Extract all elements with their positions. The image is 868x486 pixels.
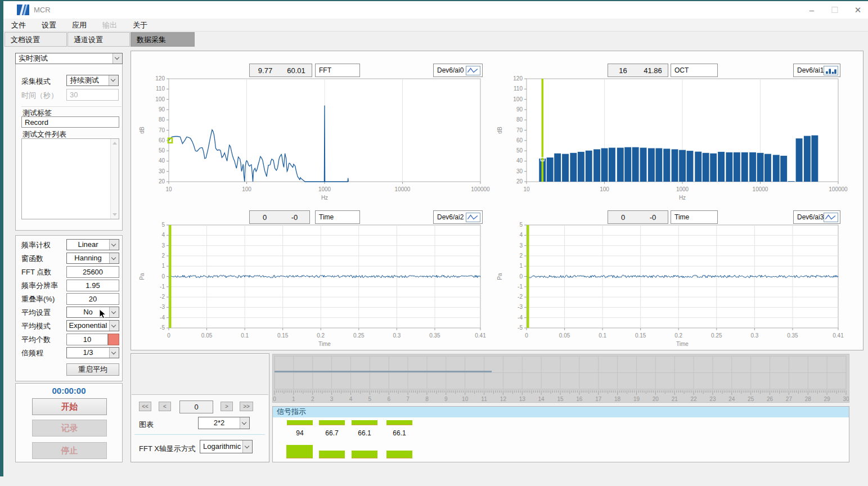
- nav-prev-button[interactable]: <: [159, 402, 171, 411]
- measure-mode-select[interactable]: 实时测试: [15, 53, 123, 64]
- svg-text:0.1: 0.1: [599, 332, 606, 339]
- svg-text:9: 9: [444, 396, 448, 402]
- svg-text:8: 8: [425, 396, 429, 402]
- svg-text:1: 1: [161, 263, 165, 269]
- svg-text:100: 100: [513, 96, 523, 102]
- svg-text:1: 1: [292, 396, 295, 402]
- timeline-ruler[interactable]: 0123456789101112131415161718192021222324…: [273, 354, 849, 402]
- overlap-pct-label: 重叠率(%): [21, 294, 55, 304]
- close-button[interactable]: ✕: [845, 1, 868, 19]
- time1-plot[interactable]: -5-4-3-2-101234500.050.10.150.20.250.30.…: [135, 220, 491, 349]
- chevron-down-icon: [111, 323, 116, 327]
- svg-text:-5: -5: [518, 325, 523, 331]
- file-list-scrollbar[interactable]: [110, 139, 119, 219]
- avg-setting-label: 平均设置: [21, 308, 51, 318]
- fft-axis-mode-select[interactable]: Logarithmic: [200, 440, 253, 453]
- test-label-field[interactable]: Record: [21, 116, 119, 128]
- fft-plot[interactable]: 2030405060708090100110120101001000100001…: [135, 74, 491, 202]
- menu-item-file[interactable]: 文件: [3, 19, 34, 32]
- oct-channel-name: Dev6/ai1: [797, 66, 824, 74]
- svg-text:0.15: 0.15: [277, 332, 289, 339]
- octave-select[interactable]: 1/3: [66, 347, 119, 358]
- menu-item-about[interactable]: 关于: [125, 19, 155, 32]
- svg-text:60: 60: [159, 137, 165, 143]
- record-button: 记录: [32, 420, 107, 436]
- window-frame-left: [0, 1, 3, 476]
- svg-text:3: 3: [519, 242, 523, 249]
- svg-text:100000: 100000: [829, 186, 848, 192]
- svg-text:dB: dB: [497, 127, 503, 134]
- chart-layout-dropdown[interactable]: [240, 417, 249, 429]
- acq-mode-select[interactable]: 持续测试: [66, 75, 119, 86]
- signal-led-top-1: [287, 420, 313, 425]
- fft-axis-mode-dropdown[interactable]: [242, 440, 252, 453]
- tab-doc-settings[interactable]: 文档设置: [5, 32, 67, 47]
- title-bar: MCR – ☐ ✕: [3, 1, 868, 19]
- signal-value-2: 66.7: [319, 429, 345, 437]
- avg-setting-dropdown[interactable]: [109, 307, 119, 317]
- signal-value-4: 66.1: [386, 429, 412, 437]
- minimize-button[interactable]: –: [799, 1, 824, 19]
- timeline-strip[interactable]: 0123456789101112131415161718192021222324…: [272, 354, 849, 403]
- avg-mode-dropdown[interactable]: [109, 321, 119, 331]
- svg-text:-2: -2: [518, 294, 523, 300]
- measure-mode-dropdown[interactable]: [113, 53, 122, 64]
- svg-text:2: 2: [519, 253, 523, 259]
- svg-text:90: 90: [516, 106, 523, 112]
- avg-mode-select[interactable]: Exponential: [66, 320, 119, 331]
- window-function-dropdown[interactable]: [109, 253, 119, 263]
- signal-led-bottom-3: [352, 451, 377, 458]
- menu-item-settings[interactable]: 设置: [34, 19, 64, 32]
- svg-text:30: 30: [843, 396, 849, 402]
- svg-text:5: 5: [519, 222, 523, 228]
- freq-weighting-select[interactable]: Linear: [66, 239, 119, 250]
- restart-average-button[interactable]: 重启平均: [66, 363, 119, 376]
- nav-last-button[interactable]: >>: [240, 402, 253, 411]
- chart-layout-select[interactable]: 2*2: [198, 417, 250, 429]
- signal-led-bottom-1: [286, 445, 313, 458]
- avg-count-field[interactable]: 10: [66, 334, 108, 345]
- app-logo-icon: [17, 4, 29, 15]
- preview-area: [132, 354, 268, 395]
- svg-text:70: 70: [159, 127, 165, 133]
- scroll-up-icon[interactable]: [113, 142, 117, 145]
- svg-text:6: 6: [387, 396, 390, 402]
- tab-data-acquisition[interactable]: 数据采集: [131, 32, 195, 47]
- tab-channel-settings[interactable]: 通道设置: [68, 32, 130, 47]
- test-file-list[interactable]: [21, 138, 119, 219]
- svg-text:50: 50: [516, 147, 523, 154]
- oct-plot[interactable]: 2030405060708090100110120101001000100001…: [493, 74, 848, 202]
- fft-points-field[interactable]: 25600: [66, 266, 119, 278]
- fft-cursor-y: 60.01: [281, 66, 312, 75]
- display-control-box: << < 0 > >> 图表 2*2 FFT X轴显示方式 Logarithmi…: [131, 353, 269, 462]
- svg-text:-4: -4: [160, 314, 165, 321]
- svg-text:5: 5: [161, 222, 165, 228]
- freq-resolution-field[interactable]: 1.95: [66, 280, 119, 291]
- sidebar-separator: [21, 106, 122, 107]
- svg-text:-3: -3: [160, 304, 165, 310]
- overlap-pct-field[interactable]: 20: [66, 293, 119, 305]
- nav-index-field[interactable]: 0: [179, 400, 213, 413]
- svg-text:4: 4: [519, 232, 523, 238]
- octave-dropdown[interactable]: [109, 348, 119, 358]
- svg-text:14: 14: [538, 396, 545, 402]
- freq-weighting-dropdown[interactable]: [109, 240, 119, 250]
- nav-next-button[interactable]: >: [221, 402, 233, 411]
- nav-first-button[interactable]: <<: [139, 402, 151, 411]
- menu-item-application[interactable]: 应用: [64, 19, 95, 32]
- svg-text:120: 120: [155, 75, 165, 82]
- maximize-button[interactable]: ☐: [822, 1, 847, 19]
- start-button[interactable]: 开始: [32, 398, 107, 415]
- avg-mode-value: Exponential: [67, 321, 109, 331]
- svg-text:20: 20: [159, 178, 165, 184]
- time2-plot[interactable]: -5-4-3-2-101234500.050.10.150.20.250.30.…: [493, 220, 848, 349]
- window-function-select[interactable]: Hanning: [66, 253, 119, 264]
- svg-text:-4: -4: [518, 314, 523, 321]
- scroll-down-icon[interactable]: [113, 213, 117, 216]
- acq-mode-dropdown[interactable]: [109, 75, 118, 86]
- svg-text:Time: Time: [318, 341, 331, 347]
- avg-setting-select[interactable]: No: [66, 307, 119, 318]
- svg-text:5: 5: [368, 396, 372, 402]
- svg-text:1: 1: [519, 263, 523, 269]
- measure-mode-value: 实时测试: [16, 53, 113, 64]
